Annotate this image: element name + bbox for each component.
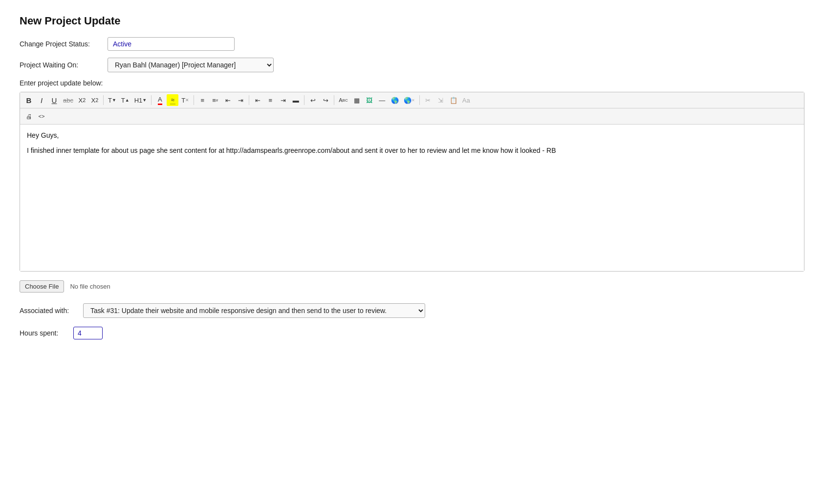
toolbar-sep3 [194, 95, 194, 105]
align-right-button[interactable]: ⇥ [277, 94, 289, 106]
font-size-down-button[interactable]: T▼ [106, 94, 118, 106]
change-project-status-label: Change Project Status: [20, 40, 108, 48]
change-project-status-row: Change Project Status: [20, 37, 804, 51]
highlight-button[interactable]: ≈ [167, 94, 178, 106]
heading-button[interactable]: H1▼ [132, 94, 149, 106]
hours-spent-label: Hours spent: [20, 329, 73, 337]
spell-check-button[interactable]: ABC [337, 94, 349, 106]
project-waiting-on-label: Project Waiting On: [20, 61, 108, 69]
toolbar-sep4 [249, 95, 249, 105]
editor-line1: Hey Guys, [27, 130, 797, 141]
editor-content-area[interactable]: Hey Guys, I finished inner template for … [20, 125, 804, 271]
change-project-status-input[interactable] [108, 37, 235, 51]
page-title: New Project Update [20, 15, 804, 27]
editor-line2: I finished inner template for about us p… [27, 146, 797, 156]
print-button[interactable]: 🖨 [23, 110, 35, 122]
associated-with-label: Associated with: [20, 307, 83, 315]
update-label: Enter project update below: [20, 79, 804, 87]
align-center-button[interactable]: ≡ [264, 94, 276, 106]
align-left-button[interactable]: ⇤ [252, 94, 263, 106]
toolbar-row1: B I U abc X2 X2 T▼ T▲ H1▼ A ≈ T✕ ≡ ≡# ⇤ … [20, 92, 804, 108]
format-button[interactable]: Aa [460, 94, 472, 106]
toolbar-sep2 [151, 95, 152, 105]
project-waiting-on-row: Project Waiting On: Ryan Bahl (Manager) … [20, 58, 804, 72]
bold-button[interactable]: B [23, 94, 35, 106]
copy-button[interactable]: ⇲ [435, 94, 447, 106]
hours-spent-input[interactable] [73, 327, 103, 339]
undo-button[interactable]: ↩ [307, 94, 319, 106]
cut-button[interactable]: ✂ [422, 94, 434, 106]
link-button[interactable]: 🌎 [389, 94, 401, 106]
table-button[interactable]: ▦ [351, 94, 363, 106]
font-color-button[interactable]: A [154, 94, 166, 106]
toolbar-sep6 [334, 95, 334, 105]
toolbar-row2: 🖨 <> [20, 108, 804, 125]
file-upload-row: Choose File No file chosen [20, 280, 804, 293]
subscript-button[interactable]: X2 [76, 94, 88, 106]
superscript-button[interactable]: X2 [89, 94, 101, 106]
hours-spent-row: Hours spent: [20, 327, 804, 339]
underline-button[interactable]: U [48, 94, 60, 106]
toolbar-sep5 [304, 95, 304, 105]
indent-button[interactable]: ⇥ [235, 94, 246, 106]
toolbar-sep1 [103, 95, 104, 105]
hr-button[interactable]: — [376, 94, 388, 106]
rich-text-editor: B I U abc X2 X2 T▼ T▲ H1▼ A ≈ T✕ ≡ ≡# ⇤ … [20, 92, 804, 272]
remove-format-button[interactable]: T✕ [179, 94, 191, 106]
redo-button[interactable]: ↪ [320, 94, 331, 106]
unordered-list-button[interactable]: ≡ [196, 94, 208, 106]
justify-button[interactable]: ▬ [290, 94, 302, 106]
font-size-up-button[interactable]: T▲ [119, 94, 131, 106]
choose-file-button[interactable]: Choose File [20, 280, 64, 293]
unlink-button[interactable]: 🌎✕ [402, 94, 417, 106]
associated-with-select[interactable]: Task #31: Update their website and mobil… [83, 303, 425, 318]
source-button[interactable]: <> [36, 110, 47, 122]
paste-button[interactable]: 📋 [448, 94, 459, 106]
project-waiting-on-select[interactable]: Ryan Bahl (Manager) [Project Manager] [108, 58, 274, 72]
outdent-button[interactable]: ⇤ [222, 94, 234, 106]
toolbar-sep7 [419, 95, 420, 105]
ordered-list-button[interactable]: ≡# [209, 94, 221, 106]
italic-button[interactable]: I [36, 94, 47, 106]
image-button[interactable]: 🖼 [364, 94, 375, 106]
no-file-label: No file chosen [70, 283, 110, 290]
strikethrough-button[interactable]: abc [61, 94, 75, 106]
associated-with-row: Associated with: Task #31: Update their … [20, 303, 804, 318]
